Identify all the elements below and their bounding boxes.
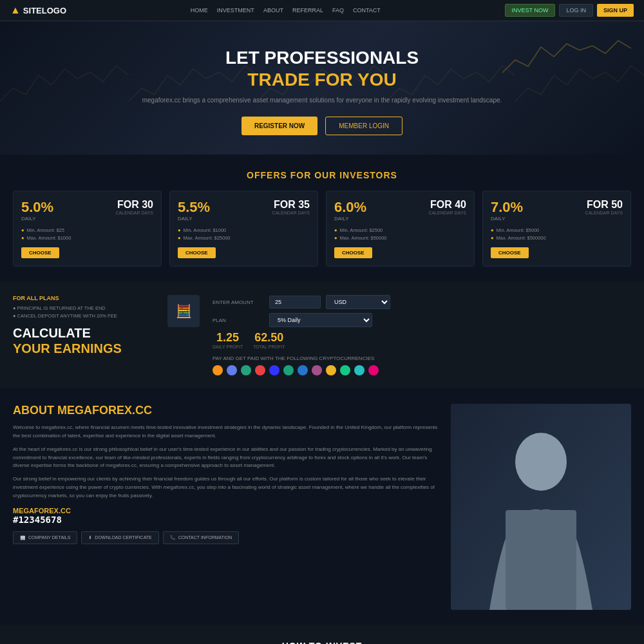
offer-days-3: FOR 50 xyxy=(585,199,623,211)
about-btns: 🏢 COMPANY DETAILS ⬇ DOWNLOAD CERTIFICATE… xyxy=(13,531,438,544)
offer-rate-2: 6.0% xyxy=(334,199,366,216)
calc-for-all-plans: FOR ALL PLANS xyxy=(13,295,155,301)
register-button[interactable]: REGISTER NOW xyxy=(242,117,317,135)
about-company-link[interactable]: MEGAFOREX.CC xyxy=(13,507,438,515)
logo-text: SITELOGO xyxy=(23,6,66,15)
download-icon: ⬇ xyxy=(88,535,92,540)
crypto-dot xyxy=(241,365,251,375)
calc-inputs: ENTER AMOUNT USD PLAN 5% Daily 5.5% Dail… xyxy=(213,295,631,375)
hero-section: LET PROFESSIONALS TRADE FOR YOU megafore… xyxy=(0,21,644,155)
offer-card-3: 7.0% DAILY FOR 50 CALENDAR DAYS ●Min. Am… xyxy=(482,191,631,267)
nav-contact[interactable]: CONTACT xyxy=(353,7,381,14)
nav-home[interactable]: HOME xyxy=(191,7,208,14)
plan-select[interactable]: 5% Daily 5.5% Daily 6% Daily 7% Daily xyxy=(269,313,372,327)
hero-subtitle: megaforex.cc brings a comprehensive asse… xyxy=(13,97,631,104)
calc-amount-row: ENTER AMOUNT USD xyxy=(213,295,631,309)
nav-faq[interactable]: FAQ xyxy=(332,7,344,14)
calc-bullet1: ● PRINCIPAL IS RETURNED AT THE END xyxy=(13,305,155,311)
about-image xyxy=(451,404,631,610)
choose-plan-3[interactable]: CHOOSE xyxy=(491,247,529,258)
offers-title: OFFERS FOR OUR INVESTORS xyxy=(13,170,631,180)
daily-profit-value: 1.25 xyxy=(213,331,243,345)
crypto-dot xyxy=(283,365,294,375)
svg-point-1 xyxy=(515,433,567,491)
crypto-dot xyxy=(312,365,322,375)
offer-details-0: ●Min. Amount: $25 ●Max. Amount: $1000 xyxy=(21,227,153,242)
about-para1: Welcome to megaforex.cc, where financial… xyxy=(13,424,438,440)
offer-rate-1: 5.5% xyxy=(178,199,210,216)
offer-card-2: 6.0% DAILY FOR 40 CALENDAR DAYS ●Min. Am… xyxy=(326,191,475,267)
choose-plan-2[interactable]: CHOOSE xyxy=(334,247,372,258)
svg-rect-2 xyxy=(506,510,576,610)
crypto-dot xyxy=(298,365,308,375)
navbar: ▲ SITELOGO HOME INVESTMENT ABOUT REFERRA… xyxy=(0,0,644,21)
logo-icon: ▲ xyxy=(10,5,21,16)
offer-days-label-3: CALENDAR DAYS xyxy=(585,211,623,215)
calc-bullets: ● PRINCIPAL IS RETURNED AT THE END ● CAN… xyxy=(13,305,155,319)
daily-profit-result: 1.25 DAILY PROFIT xyxy=(213,331,243,349)
about-para3: Our strong belief in empowering our clie… xyxy=(13,475,438,500)
contact-button[interactable]: 📞 CONTACT INFORMATION xyxy=(163,531,240,544)
offer-rate-0: 5.0% xyxy=(21,199,53,216)
crypto-dot xyxy=(354,365,365,375)
about-title: ABOUT MEGAFOREX.CC xyxy=(13,404,438,417)
calc-plan-row: PLAN 5% Daily 5.5% Daily 6% Daily 7% Dai… xyxy=(213,313,631,327)
crypto-dot xyxy=(368,365,379,375)
offer-rate-3: 7.0% xyxy=(491,199,523,216)
invest-now-button[interactable]: INVEST NOW xyxy=(505,4,556,17)
about-section: ABOUT MEGAFOREX.CC Welcome to megaforex.… xyxy=(0,388,644,625)
member-login-button[interactable]: MEMBER LOGIN xyxy=(325,117,402,135)
total-profit-label: TOTAL PROFIT xyxy=(253,345,285,349)
calculator-section: FOR ALL PLANS ● PRINCIPAL IS RETURNED AT… xyxy=(0,282,644,388)
currency-select[interactable]: USD xyxy=(326,295,390,309)
hero-buttons: REGISTER NOW MEMBER LOGIN xyxy=(13,117,631,135)
crypto-dot xyxy=(340,365,350,375)
offer-label-2: DAILY xyxy=(334,216,366,222)
offer-label-1: DAILY xyxy=(178,216,210,222)
certificate-button[interactable]: ⬇ DOWNLOAD CERTIFICATE xyxy=(81,531,158,544)
calc-result: 1.25 DAILY PROFIT 62.50 TOTAL PROFIT xyxy=(213,331,631,349)
calc-center: 🧮 xyxy=(167,295,200,327)
pay-section: PAY AND GET PAID WITH THE FOLLOWING CRYP… xyxy=(213,355,631,375)
offer-card-1: 5.5% DAILY FOR 35 CALENDAR DAYS ●Min. Am… xyxy=(169,191,318,267)
offer-days-label-0: CALENDAR DAYS xyxy=(115,211,153,215)
offer-details-2: ●Min. Amount: $2500 ●Max. Amount: $50000 xyxy=(334,227,466,242)
nav-about[interactable]: ABOUT xyxy=(263,7,283,14)
about-reg-number: #12345678 xyxy=(13,515,438,525)
offer-days-label-2: CALENDAR DAYS xyxy=(428,211,466,215)
amount-input[interactable] xyxy=(269,296,321,308)
offer-label-0: DAILY xyxy=(21,216,53,222)
offer-days-1: FOR 35 xyxy=(272,199,310,211)
how-to-invest-section: HOW TO INVEST 👤 OPEN FREE ACCOUNT Create… xyxy=(0,625,644,644)
amount-label: ENTER AMOUNT xyxy=(213,299,264,305)
calc-bullet2: ● CANCEL DEPOSIT ANYTIME WITH 20% FEE xyxy=(13,313,155,319)
plan-label: PLAN xyxy=(213,317,264,323)
nav-investment[interactable]: INVESTMENT xyxy=(217,7,254,14)
crypto-dots xyxy=(213,365,631,375)
offer-card-0: 5.0% DAILY FOR 30 CALENDAR DAYS ●Min. Am… xyxy=(13,191,162,267)
choose-plan-1[interactable]: CHOOSE xyxy=(178,247,216,258)
company-icon: 🏢 xyxy=(20,535,26,540)
calc-title: CALCULATE YOUR EARNINGS xyxy=(13,325,155,356)
calc-left: FOR ALL PLANS ● PRINCIPAL IS RETURNED AT… xyxy=(13,295,155,356)
how-title: HOW TO INVEST xyxy=(13,641,631,644)
about-para2: At the heart of megaforex.cc is our stro… xyxy=(13,446,438,470)
site-logo: ▲ SITELOGO xyxy=(10,5,66,16)
company-details-button[interactable]: 🏢 COMPANY DETAILS xyxy=(13,531,77,544)
crypto-dot xyxy=(227,365,237,375)
choose-plan-0[interactable]: CHOOSE xyxy=(21,247,59,258)
hero-headline: LET PROFESSIONALS TRADE FOR YOU xyxy=(13,47,631,90)
offer-days-0: FOR 30 xyxy=(115,199,153,211)
crypto-dot xyxy=(213,365,223,375)
total-profit-value: 62.50 xyxy=(253,331,285,345)
nav-links: HOME INVESTMENT ABOUT REFERRAL FAQ CONTA… xyxy=(191,7,381,14)
total-profit-result: 62.50 TOTAL PROFIT xyxy=(253,331,285,349)
nav-referral[interactable]: REFERRAL xyxy=(292,7,323,14)
offers-grid: 5.0% DAILY FOR 30 CALENDAR DAYS ●Min. Am… xyxy=(13,191,631,267)
offer-details-1: ●Min. Amount: $1000 ●Max. Amount: $25000 xyxy=(178,227,310,242)
signup-button[interactable]: SIGN UP xyxy=(597,4,634,17)
crypto-dot xyxy=(255,365,265,375)
offer-days-label-1: CALENDAR DAYS xyxy=(272,211,310,215)
login-button[interactable]: LOG IN xyxy=(559,4,593,17)
offer-details-3: ●Min. Amount: $5000 ●Max. Amount: $50000… xyxy=(491,227,623,242)
